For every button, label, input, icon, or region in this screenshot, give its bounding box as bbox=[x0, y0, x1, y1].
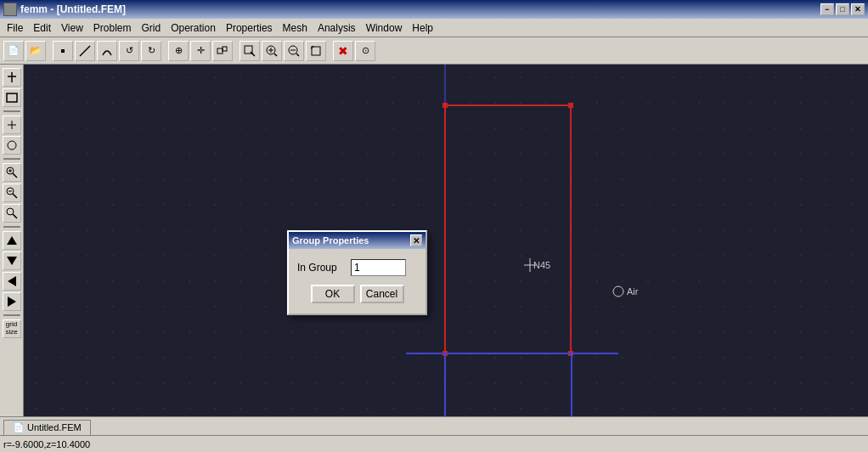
segment-button[interactable] bbox=[75, 41, 95, 61]
maximize-button[interactable]: □ bbox=[836, 3, 849, 15]
close-button[interactable]: ✕ bbox=[851, 3, 865, 15]
circle-button[interactable]: ⊙ bbox=[355, 41, 375, 61]
svg-text:N45: N45 bbox=[533, 260, 550, 270]
open-button[interactable]: 📂 bbox=[25, 41, 46, 61]
svg-line-30 bbox=[13, 214, 17, 218]
main-area: gridsize bbox=[0, 65, 868, 416]
undo-button[interactable]: ↺ bbox=[119, 41, 139, 61]
dialog-title: Group Properties bbox=[292, 235, 369, 246]
sidebar-btn-4[interactable] bbox=[3, 136, 21, 155]
sidebar-sep-1 bbox=[3, 110, 20, 112]
sidebar: gridsize bbox=[0, 65, 24, 416]
title-bar-text: femm - [Untitled.FEM] bbox=[20, 3, 126, 15]
app-icon bbox=[3, 3, 17, 16]
dialog-close-button[interactable]: ✕ bbox=[410, 234, 422, 246]
svg-point-29 bbox=[7, 208, 14, 215]
scale-button[interactable] bbox=[212, 41, 233, 61]
svg-marker-32 bbox=[7, 257, 17, 265]
menu-item-window[interactable]: Window bbox=[361, 20, 408, 36]
dialog-titlebar: Group Properties ✕ bbox=[289, 232, 426, 249]
menu-item-grid[interactable]: Grid bbox=[137, 20, 166, 36]
dialog-buttons: OK Cancel bbox=[297, 285, 417, 303]
in-group-input[interactable] bbox=[351, 259, 406, 276]
in-group-label: In Group bbox=[297, 262, 344, 274]
coordinates-display: r=-9.6000,z=10.4000 bbox=[3, 439, 90, 449]
sidebar-btn-1[interactable] bbox=[3, 68, 21, 87]
dialog-body: In Group OK Cancel bbox=[289, 249, 426, 314]
tab-untitled[interactable]: 📄 Untitled.FEM bbox=[3, 420, 91, 435]
cancel-button[interactable]: Cancel bbox=[360, 285, 404, 303]
menu-item-operation[interactable]: Operation bbox=[166, 20, 221, 36]
zoom-out-button[interactable] bbox=[284, 41, 304, 61]
status-bar: r=-9.6000,z=10.4000 bbox=[0, 435, 868, 452]
group-properties-dialog: Group Properties ✕ In Group OK Cancel bbox=[287, 230, 427, 315]
sidebar-sep-4 bbox=[3, 314, 20, 316]
tab-label: Untitled.FEM bbox=[27, 422, 82, 432]
menu-item-help[interactable]: Help bbox=[407, 20, 438, 36]
menu-item-file[interactable]: File bbox=[2, 20, 28, 36]
svg-rect-41 bbox=[568, 103, 573, 108]
menu-item-properties[interactable]: Properties bbox=[221, 20, 278, 36]
sidebar-zoom-fit[interactable] bbox=[3, 204, 21, 223]
in-group-row: In Group bbox=[297, 259, 417, 276]
title-bar-controls[interactable]: − □ ✕ bbox=[820, 3, 865, 15]
svg-marker-31 bbox=[7, 236, 17, 245]
svg-marker-33 bbox=[8, 276, 16, 286]
svg-rect-18 bbox=[7, 93, 17, 102]
canvas-area[interactable]: N45 Air Group Properties ✕ In Group OK C… bbox=[24, 65, 868, 416]
sidebar-btn-3[interactable] bbox=[3, 116, 21, 134]
sidebar-btn-2[interactable] bbox=[3, 88, 21, 107]
sidebar-zoom-in[interactable] bbox=[3, 163, 21, 182]
svg-line-11 bbox=[296, 54, 299, 56]
menu-item-view[interactable]: View bbox=[56, 20, 88, 36]
zoom-fit-button[interactable] bbox=[306, 41, 326, 61]
title-bar: femm - [Untitled.FEM] − □ ✕ bbox=[0, 0, 868, 19]
add-block-button[interactable]: ⊕ bbox=[168, 41, 189, 61]
svg-rect-2 bbox=[217, 48, 223, 54]
sidebar-sep-2 bbox=[3, 158, 20, 160]
arc-button[interactable] bbox=[97, 41, 117, 61]
toolbar: 📄 📂 ↺ ↻ ⊕ ✛ ✖ ⊙ bbox=[0, 37, 868, 65]
menu-item-edit[interactable]: Edit bbox=[28, 20, 56, 36]
svg-rect-13 bbox=[312, 47, 320, 55]
svg-line-1 bbox=[80, 46, 90, 56]
node-button[interactable] bbox=[53, 41, 73, 61]
sidebar-arrow-up[interactable] bbox=[3, 231, 21, 250]
minimize-button[interactable]: − bbox=[820, 3, 834, 15]
tab-icon: 📄 bbox=[13, 422, 27, 432]
grid-background: N45 Air bbox=[24, 65, 868, 416]
sidebar-arrow-down[interactable] bbox=[3, 251, 21, 270]
sidebar-sep-3 bbox=[3, 226, 20, 228]
tab-bar: 📄 Untitled.FEM bbox=[0, 416, 868, 435]
sidebar-zoom-out[interactable] bbox=[3, 184, 21, 202]
svg-point-21 bbox=[8, 141, 16, 150]
cross-button[interactable]: ✖ bbox=[333, 41, 353, 61]
svg-text:Air: Air bbox=[627, 286, 639, 297]
menu-item-analysis[interactable]: Analysis bbox=[313, 20, 361, 36]
zoom-window-button[interactable] bbox=[240, 41, 260, 61]
ok-button[interactable]: OK bbox=[311, 285, 355, 303]
svg-rect-3 bbox=[223, 47, 227, 51]
zoom-in-button[interactable] bbox=[262, 41, 282, 61]
svg-line-27 bbox=[13, 194, 17, 198]
svg-line-23 bbox=[13, 173, 17, 178]
menu-item-mesh[interactable]: Mesh bbox=[278, 20, 313, 36]
svg-rect-40 bbox=[442, 103, 448, 108]
move-button[interactable]: ✛ bbox=[190, 41, 211, 61]
new-button[interactable]: 📄 bbox=[3, 41, 24, 61]
title-bar-left: femm - [Untitled.FEM] bbox=[3, 3, 126, 16]
menu-item-problem[interactable]: Problem bbox=[88, 20, 137, 36]
svg-rect-0 bbox=[61, 49, 65, 53]
svg-line-7 bbox=[274, 54, 277, 56]
menu-bar: File Edit View Problem Grid Operation Pr… bbox=[0, 19, 868, 37]
redo-button[interactable]: ↻ bbox=[141, 41, 161, 61]
sidebar-arrow-left[interactable] bbox=[3, 272, 21, 291]
svg-marker-34 bbox=[8, 297, 16, 307]
sidebar-arrow-right[interactable] bbox=[3, 292, 21, 311]
sidebar-grid-size[interactable]: gridsize bbox=[3, 319, 21, 338]
